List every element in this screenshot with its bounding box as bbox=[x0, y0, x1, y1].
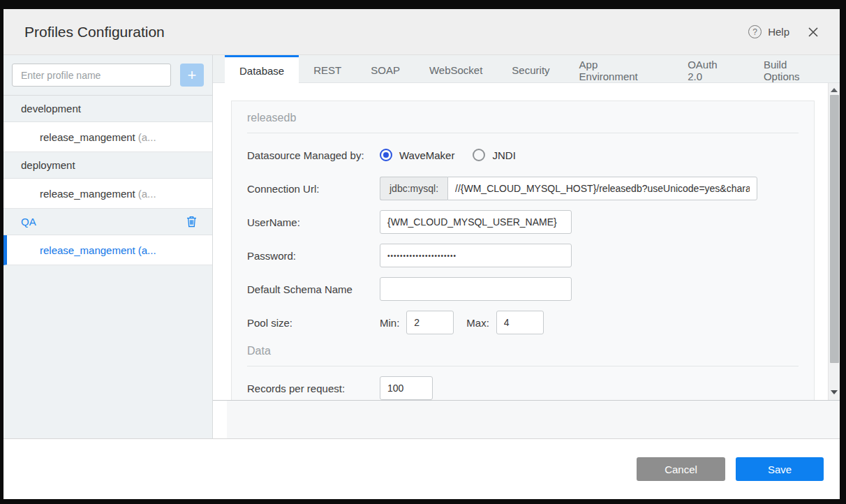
tab-label: App Environment bbox=[579, 59, 659, 82]
pool-max-label: Max: bbox=[466, 317, 489, 329]
sidebar-group-development[interactable]: development bbox=[3, 96, 212, 122]
sidebar-empty-area bbox=[3, 265, 212, 438]
username-input[interactable] bbox=[380, 210, 572, 234]
sidebar-group-qa[interactable]: QA bbox=[3, 209, 212, 235]
titlebar-actions: ? Help bbox=[748, 25, 819, 38]
connection-url-label: Connection Url: bbox=[247, 183, 380, 195]
default-schema-input[interactable] bbox=[380, 277, 572, 301]
tab-security[interactable]: Security bbox=[497, 55, 564, 83]
datasource-radio-group: WaveMaker JNDI bbox=[380, 149, 516, 161]
password-label: Password: bbox=[247, 250, 380, 262]
tab-oauth-2-0[interactable]: OAuth 2.0 bbox=[673, 55, 749, 83]
sidebar-item-release-mangement-dev[interactable]: release_mangement (a... bbox=[3, 122, 212, 152]
tab-soap[interactable]: SOAP bbox=[356, 55, 415, 83]
radio-label: JNDI bbox=[492, 149, 515, 161]
profile-name: release_mangement bbox=[40, 131, 135, 143]
sidebar-group-deployment[interactable]: deployment bbox=[3, 152, 212, 179]
username-row: UserName: bbox=[247, 210, 799, 234]
pool-max-input[interactable] bbox=[496, 311, 544, 334]
pool-size-row: Pool size: Min: Max: bbox=[247, 311, 799, 334]
pool-min-input[interactable] bbox=[406, 311, 454, 334]
scrollbar-thumb[interactable] bbox=[830, 95, 839, 363]
profile-suffix: (a... bbox=[138, 244, 156, 256]
dialog-title: Profiles Configuration bbox=[24, 24, 165, 40]
section-divider bbox=[247, 133, 799, 133]
datasource-label: Datasource Managed by: bbox=[247, 149, 380, 161]
triangle-up-icon[interactable] bbox=[831, 88, 838, 92]
records-per-request-label: Records per request: bbox=[247, 383, 380, 394]
profile-suffix: (a... bbox=[138, 131, 156, 143]
profile-name: release_mangement bbox=[40, 244, 135, 256]
group-label: development bbox=[21, 103, 81, 114]
section-title-data: Data bbox=[247, 334, 799, 366]
tab-label: Build Options bbox=[764, 59, 825, 82]
tab-app-environment[interactable]: App Environment bbox=[565, 55, 674, 83]
tab-label: Database bbox=[239, 65, 284, 77]
sidebar-item-release-mangement-qa[interactable]: release_mangement (a... bbox=[3, 235, 212, 265]
dialog-body: + development release_mangement (a... de… bbox=[3, 55, 840, 438]
vertical-scrollbar[interactable] bbox=[828, 83, 840, 400]
help-label: Help bbox=[768, 26, 789, 38]
cancel-button[interactable]: Cancel bbox=[637, 457, 725, 481]
tab-label: Security bbox=[512, 64, 549, 76]
tab-label: OAuth 2.0 bbox=[688, 59, 734, 82]
database-scroll-viewport: releasedb Datasource Managed by: WaveMak… bbox=[213, 83, 840, 401]
section-title-releasedb: releasedb bbox=[247, 101, 799, 133]
below-viewport-strip-fill bbox=[227, 401, 840, 438]
tab-label: WebSocket bbox=[429, 64, 482, 76]
default-schema-row: Default Schema Name bbox=[247, 277, 799, 301]
connection-url-input[interactable] bbox=[447, 177, 757, 200]
jdbc-prefix: jdbc:mysql: bbox=[380, 177, 447, 200]
profiles-configuration-dialog: Profiles Configuration ? Help + developm… bbox=[3, 9, 840, 499]
database-form-card: releasedb Datasource Managed by: WaveMak… bbox=[231, 101, 815, 401]
tab-label: REST bbox=[313, 64, 341, 76]
username-label: UserName: bbox=[247, 216, 380, 228]
profile-search-input[interactable] bbox=[12, 64, 171, 87]
group-label: QA bbox=[21, 216, 36, 228]
question-circle-icon: ? bbox=[748, 25, 762, 38]
group-label: deployment bbox=[21, 159, 75, 171]
radio-selected-icon[interactable] bbox=[380, 149, 392, 161]
triangle-down-icon[interactable] bbox=[831, 390, 838, 394]
tab-websocket[interactable]: WebSocket bbox=[415, 55, 497, 83]
records-per-request-row: Records per request: bbox=[247, 376, 799, 400]
radio-label: WaveMaker bbox=[399, 149, 454, 161]
help-button[interactable]: ? Help bbox=[748, 25, 789, 38]
tab-rest[interactable]: REST bbox=[299, 55, 356, 83]
records-per-request-input[interactable] bbox=[380, 376, 433, 400]
save-button[interactable]: Save bbox=[736, 457, 824, 481]
below-viewport-strip bbox=[213, 401, 840, 438]
close-icon[interactable] bbox=[808, 27, 819, 38]
profile-suffix: (a... bbox=[138, 188, 156, 200]
dialog-titlebar: Profiles Configuration ? Help bbox=[3, 9, 840, 55]
radio-option-jndi[interactable]: JNDI bbox=[473, 149, 515, 161]
tab-build-options[interactable]: Build Options bbox=[749, 55, 840, 83]
radio-unselected-icon[interactable] bbox=[473, 149, 485, 161]
trash-icon[interactable] bbox=[186, 216, 197, 228]
tab-label: SOAP bbox=[371, 64, 400, 76]
profile-name: release_mangement bbox=[40, 188, 135, 200]
add-profile-button[interactable]: + bbox=[180, 64, 204, 87]
radio-option-wavemaker[interactable]: WaveMaker bbox=[380, 149, 454, 161]
default-schema-label: Default Schema Name bbox=[247, 283, 380, 295]
pool-size-label: Pool size: bbox=[247, 317, 380, 329]
pool-min-label: Min: bbox=[380, 317, 399, 329]
profile-search-row: + bbox=[3, 55, 212, 96]
section-divider bbox=[247, 366, 799, 366]
sidebar-item-release-mangement-deploy[interactable]: release_mangement (a... bbox=[3, 179, 212, 209]
password-row: Password: bbox=[247, 244, 799, 267]
dialog-footer: Cancel Save bbox=[3, 438, 840, 499]
connection-url-group: jdbc:mysql: bbox=[380, 177, 757, 200]
tab-content: releasedb Datasource Managed by: WaveMak… bbox=[213, 83, 840, 438]
password-input[interactable] bbox=[380, 244, 572, 267]
tab-database[interactable]: Database bbox=[225, 55, 299, 84]
profile-tabs: Database REST SOAP WebSocket Security Ap… bbox=[213, 55, 840, 83]
connection-url-row: Connection Url: jdbc:mysql: bbox=[247, 177, 799, 200]
datasource-row: Datasource Managed by: WaveMaker JNDI bbox=[247, 143, 799, 167]
profiles-sidebar: + development release_mangement (a... de… bbox=[3, 55, 213, 438]
plus-icon: + bbox=[188, 68, 197, 83]
profile-detail-panel: Database REST SOAP WebSocket Security Ap… bbox=[213, 55, 840, 438]
